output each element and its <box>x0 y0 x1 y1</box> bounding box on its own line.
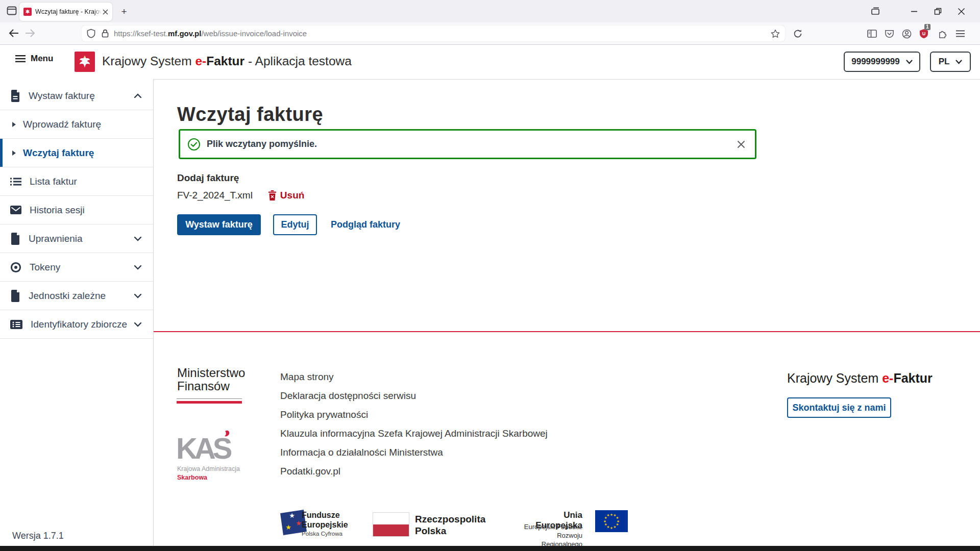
contact-us-button[interactable]: Skontaktuj się z nami <box>787 397 891 418</box>
svg-text:★: ★ <box>614 525 617 529</box>
app-title: Krajowy System e-Faktur - Aplikacja test… <box>102 54 352 68</box>
extensions-puzzle-icon[interactable] <box>935 26 950 41</box>
footer-link-deklaracja-dostepnosci[interactable]: Deklaracja dostępności serwisu <box>280 390 416 402</box>
sidebar-item-label: Identyfikatory zbiorcze <box>31 319 127 330</box>
kas-logo-letters: KAS <box>176 432 232 464</box>
remove-file-label: Usuń <box>280 190 305 201</box>
reload-icon[interactable] <box>790 26 805 41</box>
nip-dropdown[interactable]: 9999999999 <box>844 52 920 72</box>
url-bar[interactable]: https://ksef-test.mf.gov.pl/web/issue-in… <box>82 26 785 41</box>
page-title: Wczytaj fakturę <box>177 104 323 126</box>
document-lines-icon <box>10 90 20 102</box>
sidebar-item-label: Jednostki zależne <box>29 290 106 302</box>
forward-button[interactable] <box>22 26 38 41</box>
file-name: FV-2_2024_T.xml <box>177 190 253 201</box>
app-menu-label: Menu <box>31 54 53 64</box>
trash-icon <box>268 190 277 201</box>
firefox-view-icon[interactable] <box>6 5 17 16</box>
app-header: Menu Krajowy System e-Faktur - Aplikacja… <box>0 45 980 80</box>
ublock-icon[interactable]: U 1 <box>916 26 932 41</box>
lock-icon[interactable] <box>102 29 109 38</box>
svg-text:★: ★ <box>604 522 607 526</box>
edit-button[interactable]: Edytuj <box>273 214 317 235</box>
ksef-favicon <box>23 8 32 16</box>
chevron-down-icon <box>134 322 142 327</box>
sidebar-item-label: Wprowadź fakturę <box>23 119 101 130</box>
sidebar-item-tokeny[interactable]: Tokeny <box>0 253 153 282</box>
id-card-icon <box>10 320 22 329</box>
hamburger-icon <box>15 55 26 63</box>
window-close-button[interactable] <box>953 4 969 18</box>
sidebar-nav: Wystaw fakturę Wprowadź fakturę Wczytaj … <box>0 79 154 546</box>
kas-caption-line1: Krajowa Administracja <box>177 465 240 472</box>
ministry-of-finance-logo: Ministerstwo Finansów <box>177 366 245 393</box>
tab-title: Wczytaj fakturę - Krajowy Syste <box>35 8 102 15</box>
issue-invoice-button[interactable]: Wystaw fakturę <box>177 214 261 235</box>
sidebar-item-lista-faktur[interactable]: Lista faktur <box>0 167 153 196</box>
ublock-badge: 1 <box>924 24 930 30</box>
footer-link-polityka-prywatnosci[interactable]: Polityka prywatności <box>280 409 368 420</box>
svg-text:★: ★ <box>296 519 302 527</box>
kas-caption-line2: Skarbowa <box>177 474 207 481</box>
footer-link-klauzula-informacyjna[interactable]: Klauzula informacyjna Szefa Krajowej Adm… <box>280 428 548 439</box>
back-button[interactable] <box>6 26 21 41</box>
bookmark-star-icon[interactable] <box>771 29 780 38</box>
sidebar-item-jednostki-zalezne[interactable]: Jednostki zależne <box>0 282 153 310</box>
footer-link-mapa-strony[interactable]: Mapa strony <box>280 371 334 383</box>
token-icon <box>10 262 21 273</box>
remove-file-link[interactable]: Usuń <box>268 190 305 201</box>
browser-tab[interactable]: Wczytaj fakturę - Krajowy Syste <box>19 3 112 21</box>
republic-of-poland-label: RzeczpospolitaPolska <box>415 513 485 537</box>
european-funds-label: FunduszeEuropejskie <box>302 510 348 530</box>
preview-invoice-link[interactable]: Podgląd faktury <box>331 219 400 230</box>
chevron-down-icon <box>134 265 142 270</box>
app-version: Wersja 1.7.1 <box>12 531 64 541</box>
window-minimize-button[interactable] <box>906 4 922 18</box>
window-restore-button[interactable] <box>930 4 945 18</box>
sidebar-item-label: Tokeny <box>30 262 60 273</box>
check-circle-icon <box>187 138 201 151</box>
app-menu-button[interactable]: Menu <box>15 54 53 64</box>
sidebar-item-label: Wczytaj fakturę <box>23 147 94 159</box>
footer-brand: Krajowy System e-Faktur <box>787 371 933 386</box>
new-tab-button[interactable]: + <box>117 5 131 18</box>
tab-close-icon[interactable] <box>103 9 108 15</box>
sidebar-item-wprowadz-fakture[interactable]: Wprowadź fakturę <box>0 110 153 139</box>
chevron-down-icon <box>955 60 962 64</box>
list-icon <box>10 178 21 186</box>
alert-close-icon[interactable] <box>734 138 748 151</box>
account-icon[interactable] <box>899 26 914 41</box>
svg-text:★: ★ <box>285 523 291 531</box>
poland-flag <box>373 512 409 537</box>
shield-icon[interactable] <box>87 29 95 38</box>
sidebar-item-wystaw-fakture[interactable]: Wystaw fakturę <box>0 82 153 110</box>
svg-text:U: U <box>922 31 926 36</box>
chevron-down-icon <box>906 60 913 64</box>
alert-message: Plik wczytany pomyślnie. <box>207 139 317 149</box>
footer-divider <box>154 331 980 332</box>
footer-link-podatki-gov-pl[interactable]: Podatki.gov.pl <box>280 466 340 477</box>
url-text: https://ksef-test.mf.gov.pl/web/issue-in… <box>114 29 767 38</box>
menu-hamburger-icon[interactable] <box>952 26 968 41</box>
document-icon <box>10 233 20 245</box>
sidebar-item-historia-sesji[interactable]: Historia sesji <box>0 196 153 224</box>
language-dropdown[interactable]: PL <box>930 52 971 72</box>
svg-text:★: ★ <box>610 526 613 530</box>
triangle-bullet-icon <box>12 151 16 156</box>
european-union-caption: Europejski FunduszRozwoju Regionalnego <box>515 522 582 548</box>
european-funds-caption: Polska Cyfrowa <box>302 531 342 537</box>
sidebar-panel-icon[interactable] <box>864 26 879 41</box>
sidebar-item-identyfikatory-zbiorcze[interactable]: Identyfikatory zbiorcze <box>0 310 153 339</box>
tabs-overview-icon[interactable] <box>868 4 883 18</box>
footer-link-informacja-o-dzialalnosci[interactable]: Informacja o działalności Ministerstwa <box>280 447 443 458</box>
browser-tab-strip: Wczytaj fakturę - Krajowy Syste + <box>0 0 980 22</box>
eu-flag: ★★★★★★★★★★★★ <box>595 510 628 532</box>
svg-text:★: ★ <box>289 512 295 519</box>
sidebar-item-label: Historia sesji <box>30 205 85 216</box>
nip-dropdown-value: 9999999999 <box>851 57 900 67</box>
svg-text:★: ★ <box>610 513 613 516</box>
pocket-icon[interactable] <box>881 26 897 41</box>
kas-logo: KAS <box>176 430 237 464</box>
sidebar-item-wczytaj-fakture[interactable]: Wczytaj fakturę <box>0 139 153 167</box>
sidebar-item-uprawnienia[interactable]: Uprawnienia <box>0 224 153 253</box>
